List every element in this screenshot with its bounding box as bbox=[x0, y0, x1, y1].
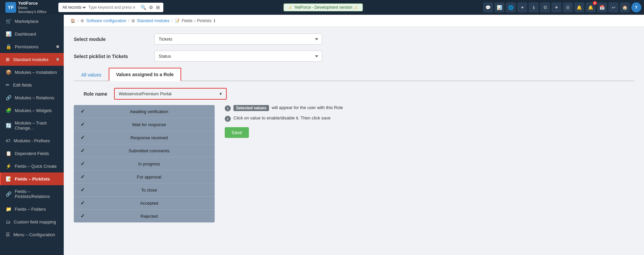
home-icon[interactable]: 🏠 bbox=[620, 2, 630, 12]
chart-icon[interactable]: 📊 bbox=[494, 2, 504, 12]
info2-text: Click on value to enable/disable it. The… bbox=[233, 115, 331, 120]
value-label-8: Accepted bbox=[90, 201, 208, 206]
topbar-right: 💬 📊 🌐 ✦ ℹ ⧉ + ☰ 🔔 🔔3 📅 ↩ 🏠 Y bbox=[483, 2, 641, 12]
sidebar-item-standard-modules[interactable]: ⊞ Standard modules bbox=[0, 53, 64, 66]
logo: YF YetiForce Demo Secretary's Office bbox=[3, 0, 56, 15]
info-icon[interactable]: ℹ bbox=[529, 2, 539, 12]
search-grid-icon[interactable]: ⊞ bbox=[155, 4, 161, 11]
value-label-5: In progress bbox=[90, 161, 208, 166]
search-icon[interactable]: 🔍 bbox=[140, 4, 147, 11]
dashboard-icon: 📊 bbox=[6, 31, 11, 37]
value-label-4: Submitted comments bbox=[90, 148, 208, 153]
list-item[interactable]: ✓ In progress bbox=[74, 157, 215, 170]
sidebar-item-dependent-fields[interactable]: 📋 Dependent Fields bbox=[0, 147, 64, 160]
list-item[interactable]: ✓ For approval bbox=[74, 170, 215, 184]
select-module-label: Select module bbox=[74, 37, 148, 42]
list-item[interactable]: ✓ Response received bbox=[74, 131, 215, 144]
undo-icon[interactable]: ↩ bbox=[608, 2, 619, 12]
search-settings-icon[interactable]: ⚙ bbox=[148, 4, 154, 11]
modules-prefixes-icon: 🏷 bbox=[6, 138, 10, 143]
breadcrumb-home-link[interactable]: 🏠 bbox=[70, 18, 75, 23]
fields-folders-icon: 📁 bbox=[6, 206, 11, 212]
globe-icon[interactable]: 🌐 bbox=[506, 2, 516, 12]
content-area: 🏠 / ⚙ Software configuration / ⊞ Standar… bbox=[64, 15, 644, 255]
sidebar-label-fields-picklists-relations: Fields – Picklists/Relations bbox=[15, 189, 59, 199]
checkmark-4: ✓ bbox=[80, 148, 85, 154]
records-select[interactable]: All records bbox=[61, 5, 87, 10]
search-input[interactable] bbox=[88, 5, 139, 10]
sidebar-item-edit-fields[interactable]: ✏ Edit fields bbox=[0, 79, 64, 91]
plus-icon[interactable]: + bbox=[551, 2, 561, 12]
sidebar-item-fields-picklists-relations[interactable]: 🔗 Fields – Picklists/Relations bbox=[0, 185, 64, 203]
sidebar-item-custom-field-mapping[interactable]: 🗂 Custom field mapping bbox=[0, 215, 64, 228]
panel-layout: ✓ Awaiting verification ✓ Wait for respo… bbox=[74, 105, 634, 222]
sidebar-item-marketplace[interactable]: 🛒 Marketplace bbox=[0, 15, 64, 28]
sidebar-item-modules-relations[interactable]: 🔗 Modules – Relations bbox=[0, 91, 64, 104]
save-button[interactable]: Save bbox=[225, 127, 249, 138]
select-module-row: Select module Tickets bbox=[74, 34, 634, 45]
checkmark-8: ✓ bbox=[80, 200, 85, 206]
avatar[interactable]: Y bbox=[631, 2, 641, 12]
tab-values-assigned-role[interactable]: Values assigned to a Role bbox=[109, 68, 181, 81]
sidebar-item-menu-configuration[interactable]: ☰ Menu – Configuration bbox=[0, 228, 64, 241]
logo-title: YetiForce bbox=[18, 1, 47, 6]
standard-modules-dot bbox=[56, 58, 59, 61]
info-row-2: i Click on value to enable/disable it. T… bbox=[225, 115, 343, 122]
bell-badge-icon[interactable]: 🔔3 bbox=[586, 2, 596, 12]
select-picklist-dropdown[interactable]: Status bbox=[154, 51, 322, 62]
breadcrumb-fields-picklists-icon: 📝 bbox=[175, 18, 180, 23]
sidebar-item-fields-folders[interactable]: 📁 Fields – Folders bbox=[0, 203, 64, 215]
values-list: ✓ Awaiting verification ✓ Wait for respo… bbox=[74, 105, 215, 222]
sidebar-label-fields-folders: Fields – Folders bbox=[15, 207, 46, 212]
list-item[interactable]: ✓ Rejected bbox=[74, 210, 215, 222]
sidebar-item-permissions[interactable]: 🔒 Permissions bbox=[0, 40, 64, 53]
sidebar-label-permissions: Permissions bbox=[15, 44, 39, 49]
breadcrumb-software-config-link[interactable]: Software configuration bbox=[86, 18, 126, 23]
list-item[interactable]: ✓ Wait for response bbox=[74, 118, 215, 131]
sidebar-label-fields-picklists: Fields – Picklists bbox=[15, 176, 50, 182]
logo-demo: Demo bbox=[18, 6, 47, 10]
list-item[interactable]: ✓ To close bbox=[74, 184, 215, 197]
breadcrumb-info-icon[interactable]: ℹ bbox=[214, 18, 215, 23]
breadcrumb-sep2: / bbox=[128, 18, 129, 23]
list-item[interactable]: ✓ Submitted comments bbox=[74, 144, 215, 157]
permissions-dot bbox=[56, 45, 59, 48]
sidebar-item-dashboard[interactable]: 📊 Dashboard bbox=[0, 28, 64, 40]
sidebar-item-fields-quick-create[interactable]: ⚡ Fields – Quick Create bbox=[0, 160, 64, 172]
select-picklist-label: Select picklist in Tickets bbox=[74, 54, 148, 59]
warn-right-icon: ⚠ bbox=[354, 5, 358, 10]
hamburger-icon[interactable]: ☰ bbox=[563, 2, 573, 12]
list-item[interactable]: ✓ Awaiting verification bbox=[74, 105, 215, 118]
tab-all-values[interactable]: All values bbox=[74, 68, 109, 81]
sidebar-label-edit-fields: Edit fields bbox=[13, 83, 32, 88]
sidebar-item-modules-prefixes[interactable]: 🏷 Modules - Prefixes bbox=[0, 134, 64, 147]
breadcrumb-standard-modules-icon: ⊞ bbox=[131, 18, 135, 23]
info1-text: will appear for the user with this Role bbox=[272, 105, 343, 110]
modules-widgets-icon: 🧩 bbox=[6, 108, 11, 113]
sidebar-item-modules-widgets[interactable]: 🧩 Modules – Widgets bbox=[0, 104, 64, 117]
fields-picklists-relations-icon: 🔗 bbox=[6, 191, 11, 197]
bell-icon[interactable]: 🔔 bbox=[574, 2, 584, 12]
modules-relations-icon: 🔗 bbox=[6, 95, 11, 100]
menu-configuration-icon: ☰ bbox=[6, 232, 10, 237]
breadcrumb-sep3: / bbox=[172, 18, 173, 23]
calendar-icon[interactable]: 📅 bbox=[597, 2, 607, 12]
search-icon-group: 🔍 ⚙ ⊞ bbox=[140, 4, 161, 11]
sidebar-item-fields-picklists[interactable]: 📝 Fields – Picklists bbox=[0, 172, 64, 185]
sidebar-item-modules-installation[interactable]: 📦 Modules – Installation bbox=[0, 66, 64, 79]
copy-icon[interactable]: ⧉ bbox=[540, 2, 550, 12]
select-module-dropdown[interactable]: Tickets bbox=[154, 34, 322, 45]
dependent-fields-icon: 📋 bbox=[6, 151, 11, 156]
sidebar-label-modules-relations: Modules – Relations bbox=[15, 95, 54, 100]
value-label-1: Awaiting verification bbox=[90, 109, 208, 114]
breadcrumb-standard-modules-link[interactable]: Standard modules bbox=[137, 18, 169, 23]
sidebar-item-modules-track-change[interactable]: 🔄 Modules – Track Change... bbox=[0, 117, 64, 134]
info-circle-icon-1: i bbox=[225, 105, 231, 111]
list-item[interactable]: ✓ Accepted bbox=[74, 197, 215, 210]
marketplace-icon: 🛒 bbox=[6, 18, 11, 24]
star-icon[interactable]: ✦ bbox=[517, 2, 527, 12]
dev-badge: ⚠ YetiForce - Development version ⚠ bbox=[283, 3, 363, 11]
logo-office: Secretary's Office bbox=[18, 10, 47, 14]
role-name-dropdown[interactable]: WebservicePremium Portal bbox=[116, 89, 217, 98]
chat-icon[interactable]: 💬 bbox=[483, 2, 493, 12]
